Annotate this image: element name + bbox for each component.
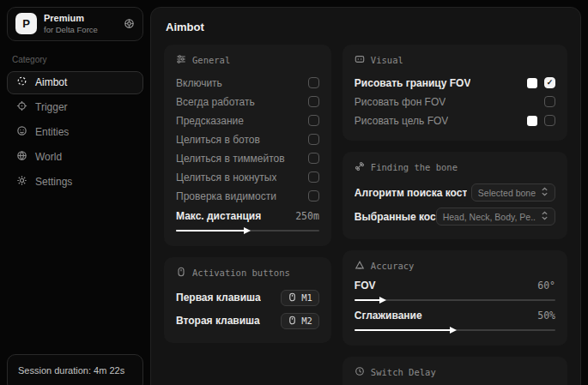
sidebar-item-entities[interactable]: Entities bbox=[7, 121, 143, 144]
checkbox[interactable]: ✓ bbox=[308, 171, 319, 183]
right-column: Visual Рисовать границу FOV ✓ Рисовать ф… bbox=[342, 45, 567, 385]
color-swatch[interactable] bbox=[527, 116, 537, 126]
slider-fill[interactable] bbox=[355, 329, 451, 331]
select-value: Selected bone bbox=[478, 188, 536, 198]
slider-max-distance: Макс. дистанция 250m bbox=[176, 210, 319, 232]
sidebar-item-aimbot[interactable]: Aimbot bbox=[7, 71, 143, 94]
checkbox[interactable]: ✓ bbox=[544, 96, 555, 107]
brand-text: Premium for Delta Force bbox=[44, 13, 98, 35]
visual-row-fov-background: Рисовать фон FOV ✓ bbox=[355, 93, 555, 111]
checkbox[interactable]: ✓ bbox=[308, 134, 319, 145]
trigger-crosshair-icon bbox=[16, 100, 27, 114]
sidebar-item-world[interactable]: World bbox=[7, 146, 143, 169]
keybind-label: Вторая клавиша bbox=[176, 315, 260, 327]
card-title: Switch Delay bbox=[371, 367, 436, 377]
slider-head: Макс. дистанция 250m bbox=[176, 210, 319, 222]
checkbox[interactable]: ✓ bbox=[544, 115, 555, 126]
toggle-row-visibility-check: Проверка видимости ✓ bbox=[176, 187, 319, 205]
slider-value: 50% bbox=[537, 310, 555, 322]
slider-label: Макс. дистанция bbox=[176, 210, 261, 222]
sidebar-item-label: Trigger bbox=[35, 101, 68, 113]
card-switch-delay-header: Switch Delay bbox=[355, 366, 555, 378]
keybind-button-m2[interactable]: M2 bbox=[281, 313, 319, 329]
smoothing-slider[interactable] bbox=[355, 329, 555, 331]
toggle-label: Целиться в тиммейтов bbox=[176, 153, 285, 165]
slider-fill[interactable] bbox=[355, 299, 380, 301]
slider-head: Сглаживание 50% bbox=[355, 310, 555, 322]
brand-name: Premium bbox=[44, 13, 98, 25]
sidebar-item-label: Entities bbox=[35, 126, 69, 138]
toggle-row-always-work: Всегда работать ✓ bbox=[176, 93, 319, 111]
sidebar: P Premium for Delta Force Category Aimbo… bbox=[0, 0, 150, 385]
clock-icon bbox=[355, 366, 365, 378]
triangle-icon bbox=[355, 260, 365, 272]
sidebar-item-label: World bbox=[35, 151, 62, 163]
category-label: Category bbox=[12, 55, 138, 64]
checkbox[interactable]: ✓ bbox=[308, 190, 319, 202]
sidebar-item-settings[interactable]: Settings bbox=[7, 171, 143, 194]
chevron-up-down-icon bbox=[541, 187, 549, 198]
keybind-value: M1 bbox=[301, 292, 312, 303]
content-columns: General Включить ✓ Всегда работать ✓ Пре… bbox=[164, 45, 567, 385]
brand-subtitle: for Delta Force bbox=[44, 25, 98, 35]
gear-icon[interactable] bbox=[124, 18, 135, 29]
max-distance-slider[interactable] bbox=[176, 230, 319, 232]
card-title: Accuracy bbox=[371, 261, 415, 271]
checkbox[interactable]: ✓ bbox=[308, 115, 319, 126]
brand-card: P Premium for Delta Force bbox=[7, 7, 143, 41]
card-title: Finding the bone bbox=[371, 162, 458, 172]
bone-row-algorithm: Алгоритм поиска кост Selected bone bbox=[355, 181, 555, 204]
card-title: General bbox=[192, 55, 230, 65]
keybind-row-second: Вторая клавиша M2 bbox=[176, 310, 319, 332]
bone-algorithm-select[interactable]: Selected bone bbox=[471, 183, 555, 202]
keybind-label: Первая клавиша bbox=[176, 292, 261, 304]
card-bone-header: Finding the bone bbox=[355, 161, 555, 173]
keybind-button-m1[interactable]: M1 bbox=[281, 290, 319, 306]
fov-slider[interactable] bbox=[355, 299, 555, 301]
slider-value: 250m bbox=[295, 210, 319, 222]
page-title: Aimbot bbox=[166, 21, 566, 33]
selected-bones-select[interactable]: Head, Neck, Body, Pe.. bbox=[436, 208, 555, 226]
card-activation-buttons: Activation buttons Первая клавиша M1 bbox=[164, 257, 331, 343]
main-panel: Aimbot General Включить ✓ bbox=[150, 7, 581, 385]
card-visual-header: Visual bbox=[355, 54, 555, 66]
card-visual: Visual Рисовать границу FOV ✓ Рисовать ф… bbox=[342, 45, 567, 141]
sliders-icon bbox=[176, 54, 186, 66]
visual-row-fov-border: Рисовать границу FOV ✓ bbox=[355, 74, 555, 92]
slider-value: 60° bbox=[537, 280, 555, 292]
card-accuracy: Accuracy FOV 60° Сглаживание 50% bbox=[342, 250, 567, 346]
toggle-row-target-teammates: Целиться в тиммейтов ✓ bbox=[176, 149, 319, 167]
visual-controls: ✓ bbox=[544, 96, 555, 107]
slider-fill[interactable] bbox=[176, 230, 245, 232]
mouse-icon bbox=[288, 292, 297, 304]
mouse-icon bbox=[176, 267, 186, 279]
checkbox[interactable]: ✓ bbox=[308, 96, 319, 107]
card-accuracy-header: Accuracy bbox=[355, 260, 555, 272]
toggle-row-target-bots: Целиться в ботов ✓ bbox=[176, 130, 319, 148]
checkbox[interactable]: ✓ bbox=[308, 77, 319, 88]
session-duration-text: Session duration: 4m 22s bbox=[18, 365, 124, 376]
color-swatch[interactable] bbox=[527, 78, 537, 88]
visual-label: Рисовать границу FOV bbox=[355, 77, 471, 89]
visual-controls: ✓ bbox=[527, 115, 555, 126]
session-duration: Session duration: 4m 22s bbox=[7, 354, 143, 385]
keybind-value: M2 bbox=[301, 316, 312, 326]
visual-label: Рисовать фон FOV bbox=[355, 96, 446, 108]
bone-icon bbox=[355, 161, 365, 173]
sidebar-item-label: Aimbot bbox=[35, 76, 67, 88]
toggle-row-prediction: Предсказание ✓ bbox=[176, 111, 319, 129]
bone-label: Алгоритм поиска кост bbox=[355, 187, 467, 199]
card-switch-delay: Switch Delay Задержка переключения ✓ Зад… bbox=[342, 357, 567, 385]
card-title: Visual bbox=[371, 55, 403, 65]
toggle-label: Целиться в нокнутых bbox=[176, 171, 276, 183]
visual-icon bbox=[355, 54, 365, 66]
bone-row-selected-bones: Выбранные кос Head, Neck, Body, Pe.. bbox=[355, 205, 555, 228]
toggle-label: Проверка видимости bbox=[176, 190, 276, 202]
visual-row-fov-target: Рисовать цель FOV ✓ bbox=[355, 111, 555, 129]
sidebar-item-trigger[interactable]: Trigger bbox=[7, 96, 143, 119]
slider-label: Сглаживание bbox=[355, 310, 422, 322]
globe-icon bbox=[16, 150, 27, 164]
checkbox[interactable]: ✓ bbox=[308, 153, 319, 164]
mouse-icon bbox=[288, 316, 297, 327]
checkbox[interactable]: ✓ bbox=[544, 77, 555, 88]
